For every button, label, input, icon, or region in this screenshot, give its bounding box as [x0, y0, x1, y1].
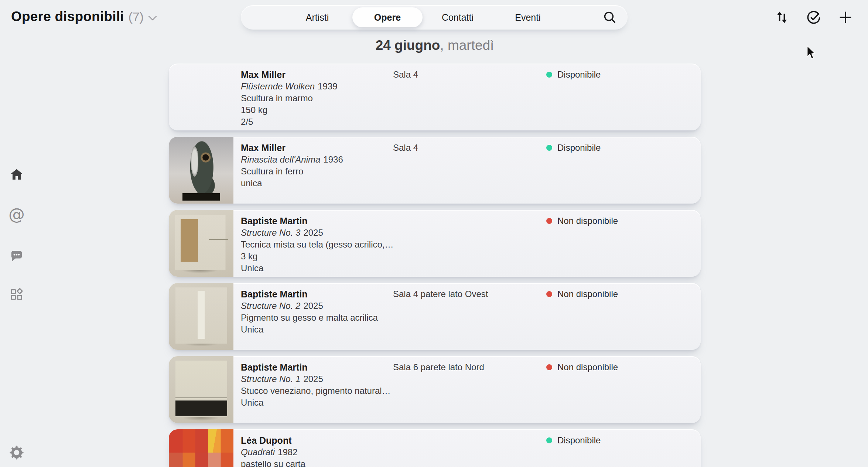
- artwork-details: Max Miller Rinascita dell'Anima1936 Scul…: [241, 142, 343, 189]
- artist-name: Max Miller: [241, 142, 343, 154]
- work-year: 1939: [318, 81, 337, 91]
- chevron-down-icon[interactable]: [147, 14, 158, 23]
- work-weight: 150 kg: [241, 104, 337, 116]
- add-button[interactable]: [837, 9, 854, 26]
- date-day: 24 giugno: [376, 38, 440, 53]
- chat-icon: [10, 248, 24, 262]
- status-dot: [546, 218, 552, 224]
- title-line: Structure No. 12025: [241, 373, 391, 385]
- artwork-details: Baptiste Martin Structure No. 32025 Tecn…: [241, 215, 393, 274]
- status-label: Non disponibile: [557, 216, 618, 226]
- artwork-thumbnail: [169, 137, 233, 204]
- title-line: Rinascita dell'Anima1936: [241, 154, 343, 166]
- artwork-thumbnail: [169, 429, 233, 467]
- work-medium: Pigmento su gesso e malta acrilica: [241, 312, 378, 324]
- status-badge: Non disponibile: [546, 288, 618, 300]
- status-dot: [546, 72, 552, 78]
- tab-contatti[interactable]: Contatti: [423, 7, 493, 27]
- title-line: Structure No. 32025: [241, 227, 393, 239]
- tab-artisti[interactable]: Artisti: [282, 7, 352, 27]
- work-medium: Scultura in marmo: [241, 92, 337, 104]
- app-background: { "header": { "title": "Opere disponibil…: [0, 0, 868, 467]
- room-label: Sala 4 patere lato Ovest: [393, 288, 488, 300]
- artwork-details: Baptiste Martin Structure No. 22025 Pigm…: [241, 288, 378, 335]
- artwork-card[interactable]: Max Miller Flüsternde Wolken1939 Scultur…: [169, 64, 701, 130]
- artist-name: Léa Dupont: [241, 434, 305, 446]
- work-medium: Tecnica mista su tela (gesso acrilico,…: [241, 239, 393, 250]
- work-title: Flüsternde Wolken: [241, 81, 315, 91]
- work-edition: Unica: [241, 324, 378, 335]
- artwork-list: Max Miller Flüsternde Wolken1939 Scultur…: [169, 64, 701, 467]
- page-title-group[interactable]: Opere disponibili (7): [11, 9, 158, 24]
- title-line: Structure No. 22025: [241, 300, 378, 312]
- work-weight: 3 kg: [241, 250, 393, 262]
- room-label: Sala 4: [393, 142, 418, 154]
- date-weekday: , martedì: [440, 38, 494, 53]
- status-dot: [546, 291, 552, 297]
- sidebar-item-settings[interactable]: [9, 445, 24, 460]
- home-icon: [10, 167, 24, 181]
- artwork-card[interactable]: Léa Dupont Quadrati1982 pastello su cart…: [169, 429, 701, 467]
- date-heading: 24 giugno, martedì: [169, 38, 701, 53]
- nav-tabs: Artisti Opere Contatti Eventi: [282, 7, 563, 27]
- page-title-count: (7): [129, 10, 144, 24]
- status-label: Disponibile: [557, 143, 601, 153]
- status-label: Non disponibile: [557, 362, 618, 372]
- status-label: Disponibile: [557, 435, 601, 446]
- artwork-card[interactable]: Baptiste Martin Structure No. 22025 Pigm…: [169, 283, 701, 350]
- artist-name: Baptiste Martin: [241, 361, 391, 373]
- status-dot: [546, 437, 552, 443]
- tab-eventi[interactable]: Eventi: [493, 7, 563, 27]
- work-year: 2025: [303, 374, 323, 384]
- categories-icon: [10, 287, 24, 301]
- search-icon: [602, 10, 617, 25]
- sort-button[interactable]: [773, 9, 790, 26]
- status-label: Disponibile: [557, 69, 601, 80]
- sidebar-item-home[interactable]: [9, 167, 24, 182]
- status-badge: Non disponibile: [546, 215, 618, 227]
- work-medium: pastello su carta: [241, 458, 305, 467]
- work-title: Structure No. 2: [241, 301, 300, 311]
- check-circle-icon: [806, 9, 822, 25]
- status-label: Non disponibile: [557, 289, 618, 299]
- sidebar-item-categories[interactable]: [9, 287, 24, 302]
- title-line: Flüsternde Wolken1939: [241, 81, 337, 92]
- artwork-thumbnail: [169, 356, 233, 423]
- artwork-card[interactable]: Max Miller Rinascita dell'Anima1936 Scul…: [169, 137, 701, 204]
- work-edition: unica: [241, 177, 343, 189]
- sort-icon: [774, 9, 790, 25]
- add-icon: [837, 9, 854, 25]
- work-edition: Unica: [241, 397, 391, 409]
- main-nav: Artisti Opere Contatti Eventi: [241, 5, 628, 30]
- sidebar-item-messages[interactable]: [9, 248, 24, 262]
- work-year: 1936: [323, 154, 343, 164]
- artwork-card[interactable]: Baptiste Martin Structure No. 12025 Stuc…: [169, 356, 701, 423]
- work-title: Rinascita dell'Anima: [241, 154, 320, 164]
- work-medium: Scultura in ferro: [241, 166, 343, 177]
- sidebar-item-mentions[interactable]: @: [9, 207, 24, 222]
- artwork-card[interactable]: Baptiste Martin Structure No. 32025 Tecn…: [169, 210, 701, 277]
- work-edition: 2/5: [241, 116, 337, 128]
- artwork-thumbnail: [169, 283, 233, 350]
- select-button[interactable]: [805, 9, 822, 26]
- room-label: Sala 6 parete lato Nord: [393, 361, 484, 373]
- status-dot: [546, 364, 552, 370]
- status-badge: Disponibile: [546, 434, 601, 446]
- status-badge: Disponibile: [546, 142, 601, 154]
- mention-icon: @: [8, 207, 25, 222]
- status-badge: Disponibile: [546, 69, 601, 81]
- artwork-details: Léa Dupont Quadrati1982 pastello su cart…: [241, 434, 305, 467]
- work-year: 2025: [303, 301, 323, 311]
- artwork-thumbnail: [169, 210, 233, 277]
- room-label: Sala 4: [393, 69, 418, 81]
- search-button[interactable]: [602, 9, 618, 25]
- artist-name: Baptiste Martin: [241, 215, 393, 227]
- page-title: Opere disponibili: [11, 9, 124, 24]
- work-year: 2025: [303, 228, 323, 238]
- artwork-details: Baptiste Martin Structure No. 12025 Stuc…: [241, 361, 391, 409]
- artwork-details: Max Miller Flüsternde Wolken1939 Scultur…: [241, 69, 337, 128]
- tab-opere[interactable]: Opere: [352, 7, 423, 27]
- work-year: 1982: [278, 447, 297, 457]
- header-actions: [773, 9, 854, 26]
- mouse-cursor: [806, 45, 817, 61]
